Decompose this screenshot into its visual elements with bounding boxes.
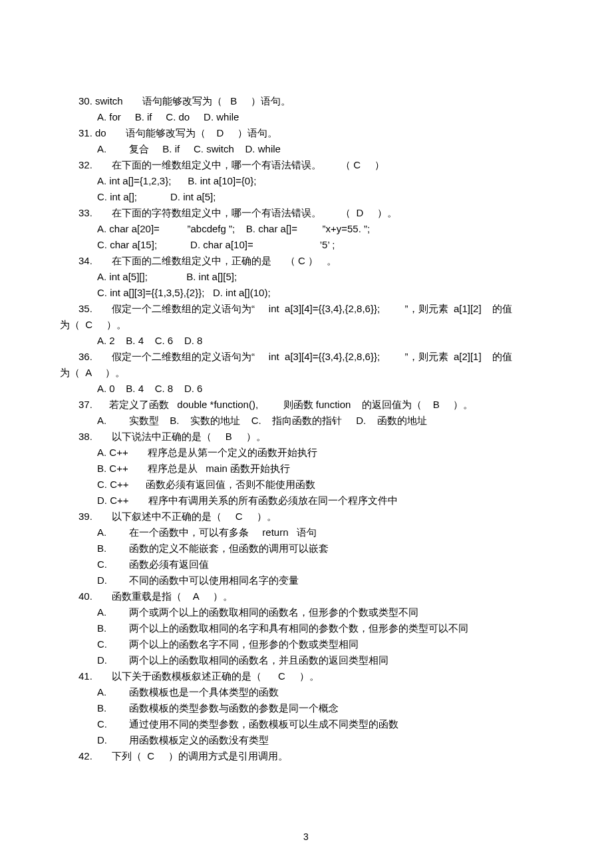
text-line: 38. 以下说法中正确的是（ B ）。 bbox=[60, 429, 552, 445]
text-line: C. int a[][3]={{1,3,5},{2}}; D. int a[](… bbox=[60, 285, 552, 301]
text-line: A. for B. if C. do D. while bbox=[60, 109, 552, 125]
text-line: B. C++ 程序总是从 main 函数开始执行 bbox=[60, 461, 552, 477]
text-line: 31. do 语句能够改写为（ D ）语句。 bbox=[60, 125, 552, 141]
text-line: A. C++ 程序总是从第一个定义的函数开始执行 bbox=[60, 445, 552, 461]
page-number: 3 bbox=[0, 829, 612, 844]
text-line: A. 2 B. 4 C. 6 D. 8 bbox=[60, 333, 552, 349]
text-line: A. int a[]={1,2,3}; B. int a[10]={0}; bbox=[60, 173, 552, 189]
text-line: 33. 在下面的字符数组定义中，哪一个有语法错误。 （ D ）。 bbox=[60, 205, 552, 221]
text-line: C. C++ 函数必须有返回值，否则不能使用函数 bbox=[60, 477, 552, 493]
text-line: C. 两个以上的函数名字不同，但形参的个数或类型相同 bbox=[60, 636, 552, 652]
text-line: 39. 以下叙述中不正确的是（ C ）。 bbox=[60, 509, 552, 525]
text-line: 42. 下列（ C ）的调用方式是引用调用。 bbox=[60, 748, 552, 764]
text-line: 41. 以下关于函数模板叙述正确的是（ C ）。 bbox=[60, 668, 552, 684]
text-line: 37. 若定义了函数 double *function(), 则函数 funct… bbox=[60, 397, 552, 413]
text-line: B. 函数的定义不能嵌套，但函数的调用可以嵌套 bbox=[60, 541, 552, 556]
text-line: 35. 假定一个二维数组的定义语句为“ int a[3][4]={{3,4},{… bbox=[60, 301, 552, 317]
text-line: 为（ C ）。 bbox=[60, 317, 552, 333]
text-line: D. 用函数模板定义的函数没有类型 bbox=[60, 732, 552, 748]
document-page: 30. switch 语句能够改写为（ B ）语句。A. for B. if C… bbox=[0, 0, 612, 868]
text-line: 32. 在下面的一维数组定义中，哪一个有语法错误。 （ C ） bbox=[60, 157, 552, 173]
document-body: 30. switch 语句能够改写为（ B ）语句。A. for B. if C… bbox=[60, 93, 552, 764]
text-line: C. 函数必须有返回值 bbox=[60, 556, 552, 572]
text-line: B. 两个以上的函数取相同的名字和具有相同的参数个数，但形参的类型可以不同 bbox=[60, 620, 552, 636]
text-line: D. C++ 程序中有调用关系的所有函数必须放在同一个程序文件中 bbox=[60, 493, 552, 509]
text-line: A. 在一个函数中，可以有多条 return 语句 bbox=[60, 525, 552, 541]
text-line: A. 复合 B. if C. switch D. while bbox=[60, 141, 552, 157]
text-line: A. 函数模板也是一个具体类型的函数 bbox=[60, 684, 552, 700]
text-line: 40. 函数重载是指（ A ）。 bbox=[60, 588, 552, 604]
text-line: A. 两个或两个以上的函数取相同的函数名，但形参的个数或类型不同 bbox=[60, 604, 552, 620]
text-line: B. 函数模板的类型参数与函数的参数是同一个概念 bbox=[60, 700, 552, 716]
text-line: C. 通过使用不同的类型参数，函数模板可以生成不同类型的函数 bbox=[60, 716, 552, 732]
text-line: A. 0 B. 4 C. 8 D. 6 bbox=[60, 381, 552, 397]
text-line: 36. 假定一个二维数组的定义语句为“ int a[3][4]={{3,4},{… bbox=[60, 349, 552, 365]
text-line: 30. switch 语句能够改写为（ B ）语句。 bbox=[60, 93, 552, 109]
text-line: A. 实数型 B. 实数的地址 C. 指向函数的指针 D. 函数的地址 bbox=[60, 413, 552, 429]
text-line: D. 两个以上的函数取相同的函数名，并且函数的返回类型相同 bbox=[60, 652, 552, 668]
text-line: 34. 在下面的二维数组定义中，正确的是 （ C ） 。 bbox=[60, 253, 552, 269]
text-line: D. 不同的函数中可以使用相同名字的变量 bbox=[60, 572, 552, 588]
text-line: A. int a[5][]; B. int a[][5]; bbox=[60, 269, 552, 285]
text-line: C. char a[15]; D. char a[10]= ’5’ ; bbox=[60, 237, 552, 253]
text-line: 为（ A ）。 bbox=[60, 365, 552, 381]
text-line: C. int a[]; D. int a[5]; bbox=[60, 189, 552, 205]
text-line: A. char a[20]= ”abcdefg ”; B. char a[]= … bbox=[60, 221, 552, 237]
